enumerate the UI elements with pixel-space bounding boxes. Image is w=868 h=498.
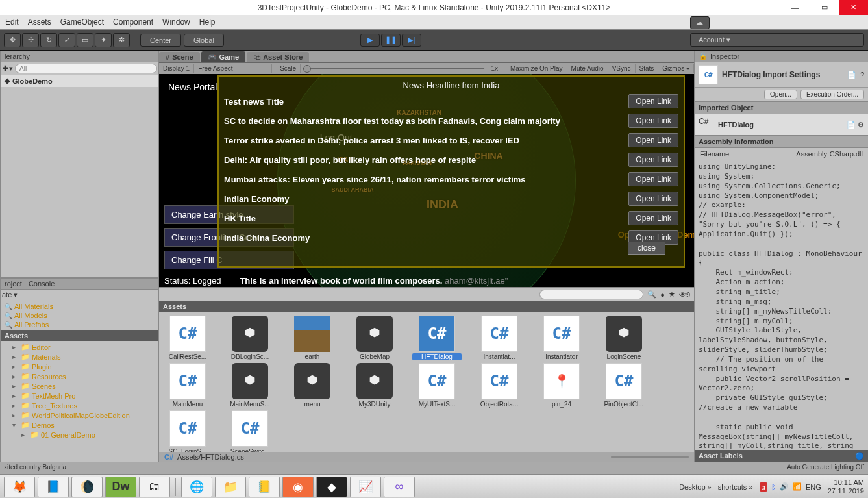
menu-help[interactable]: Help (199, 18, 216, 27)
asset-item[interactable]: C#HFTDialog (412, 316, 462, 360)
account-dropdown[interactable]: Account ▾ (690, 33, 864, 47)
component-options-icon[interactable]: 📄 ⚙ (847, 121, 864, 129)
transform-tool-icon[interactable]: ✦ (95, 33, 112, 47)
taskbar-dreamweaver-icon[interactable]: Dw (105, 477, 136, 497)
inspector-tab[interactable]: Inspector (710, 53, 739, 60)
maximize-on-play-toggle[interactable]: Maximize On Play (506, 64, 567, 73)
lock-icon[interactable]: 🔒 (699, 52, 708, 60)
taskbar-folder-icon[interactable]: 📁 (215, 477, 246, 497)
tab-scene[interactable]: # Scene (159, 52, 200, 62)
open-script-button[interactable]: Open... (764, 90, 797, 99)
console-tab[interactable]: Console (29, 280, 55, 288)
taskbar-shortcuts-toolbar[interactable]: shortcuts » (718, 483, 753, 491)
asset-item[interactable]: C#MyUITextS... (412, 363, 462, 408)
scale-tool-icon[interactable]: ⤢ (58, 33, 75, 47)
taskbar-chrome-icon[interactable]: 🌐 (181, 477, 212, 497)
taskbar-unity-icon[interactable]: ◆ (316, 477, 347, 497)
aspect-dropdown[interactable]: Free Aspect (194, 64, 272, 73)
open-link-button[interactable]: Open Link (628, 114, 678, 128)
play-button[interactable]: ▶ (360, 34, 380, 47)
maximize-button[interactable]: ▭ (810, 0, 839, 15)
thumb-size-slider[interactable] (611, 456, 689, 458)
folder-demos[interactable]: 📁Demos (5, 420, 155, 430)
tab-asset-store[interactable]: 🛍 Asset Store (247, 52, 309, 62)
open-link-button[interactable]: Open Link (628, 172, 678, 186)
folder-worldmap[interactable]: 📁WorldPoliticalMapGlobeEdition (5, 410, 155, 420)
folder-tree-textures[interactable]: 📁Tree_Textures (5, 401, 155, 410)
pivot-center-button[interactable]: Center (140, 34, 181, 47)
taskbar-notes-icon[interactable]: 📒 (249, 477, 280, 497)
help-icon[interactable]: ? (860, 71, 864, 79)
asset-item[interactable]: C#CallRestSe... (163, 316, 212, 360)
scale-slider[interactable] (303, 68, 484, 69)
window-close-button[interactable]: ✕ (839, 0, 868, 15)
folder-materials[interactable]: 📁Materials (5, 352, 155, 362)
favorite-all-prefabs[interactable]: All Prefabs (5, 320, 155, 329)
taskbar-vs-icon[interactable]: ∞ (384, 477, 415, 497)
move-tool-icon[interactable]: ✢ (22, 33, 39, 47)
tray-language[interactable]: ENG (806, 483, 821, 491)
folder-generaldemo[interactable]: 📁01 GeneralDemo (5, 430, 155, 440)
taskbar-explorer-icon[interactable]: 🗂 (139, 477, 170, 497)
taskbar-eclipse-icon[interactable]: 🌘 (71, 477, 103, 497)
asset-item[interactable]: 📍pin_24 (537, 363, 586, 408)
asset-item[interactable]: C#Instantiat... (475, 316, 524, 360)
rotate-tool-icon[interactable]: ↻ (40, 33, 57, 47)
asset-item[interactable]: menu (288, 363, 337, 408)
tray-bluetooth-icon[interactable]: ᛒ (771, 483, 776, 491)
open-link-button[interactable]: Open Link (628, 192, 678, 206)
asset-item[interactable]: C#ObjectRota... (475, 363, 524, 408)
assets-filter-icon[interactable]: 🔍 (647, 290, 656, 299)
taskbar-postman-icon[interactable]: ◉ (282, 477, 314, 497)
assets-hidden-count[interactable]: 👁9 (679, 291, 690, 299)
asset-item[interactable]: C#SceneSwitc... (225, 410, 275, 452)
asset-item[interactable]: LoginScene (599, 316, 649, 360)
hierarchy-tab[interactable]: ierarchy (1, 51, 158, 62)
tab-game[interactable]: 🎮 Game (201, 51, 246, 62)
asset-item[interactable]: GlobeMap (350, 316, 399, 360)
display-dropdown[interactable]: Display 1 (159, 64, 194, 73)
open-link-button[interactable]: Open Link (628, 133, 678, 147)
vsync-toggle[interactable]: VSync (608, 64, 636, 73)
asset-item[interactable]: earth (288, 316, 337, 360)
hand-tool-icon[interactable]: ✥ (4, 33, 21, 47)
component-menu-icon[interactable]: 📄 (847, 71, 856, 79)
asset-item[interactable]: My3DUnity (350, 363, 399, 408)
step-button[interactable]: ▶| (402, 34, 421, 47)
hierarchy-create-dropdown[interactable]: 🞤▾ (2, 64, 13, 73)
cloud-icon[interactable]: ☁ (690, 16, 710, 29)
custom-tool-icon[interactable]: ✲ (113, 33, 130, 47)
menu-component[interactable]: Component (113, 18, 153, 27)
gizmos-dropdown[interactable]: Gizmos ▾ (658, 64, 694, 73)
minimize-button[interactable]: — (780, 0, 810, 15)
favorite-all-materials[interactable]: All Materials (5, 302, 155, 311)
project-create-dropdown[interactable]: ate ▾ (2, 291, 18, 299)
news-close-button[interactable]: close (628, 242, 665, 255)
execution-order-button[interactable]: Execution Order... (800, 90, 864, 99)
folder-plugin[interactable]: 📁Plugin (5, 362, 155, 371)
mute-audio-toggle[interactable]: Mute Audio (567, 64, 608, 73)
folder-resources[interactable]: 📁Resources (5, 371, 155, 381)
menu-gameobject[interactable]: GameObject (60, 18, 104, 27)
asset-item[interactable]: MainMenuS... (225, 363, 275, 408)
folder-textmeshpro[interactable]: 📁TextMesh Pro (5, 391, 155, 401)
open-link-button[interactable]: Open Link (628, 211, 678, 225)
tray-clock[interactable]: 10:11 AM 27-11-2019 (828, 479, 864, 494)
menu-window[interactable]: Window (162, 18, 190, 27)
menu-edit[interactable]: Edit (5, 18, 19, 27)
tray-av-icon[interactable]: α (760, 482, 767, 492)
project-assets-header[interactable]: Assets (1, 330, 158, 341)
taskbar-chart-icon[interactable]: 📈 (350, 477, 381, 497)
assets-label-filter-icon[interactable]: ★ (669, 290, 675, 299)
asset-labels-tag-icon[interactable]: 🔵 (855, 452, 864, 460)
assets-type-filter-icon[interactable]: ● (660, 291, 665, 299)
rect-tool-icon[interactable]: ▭ (77, 33, 93, 47)
project-tab[interactable]: roject (5, 280, 22, 288)
hierarchy-scene-row[interactable]: ◆ GlobeDemo (1, 75, 158, 87)
tray-volume-icon[interactable]: 🔊 (780, 482, 789, 491)
asset-item[interactable]: C#SC_LoginS... (163, 410, 212, 452)
taskbar-app-icon[interactable]: 📘 (38, 477, 69, 497)
asset-item[interactable]: DBLoginSc... (225, 316, 275, 360)
assets-search-input[interactable] (539, 290, 643, 299)
tray-network-icon[interactable]: 📶 (793, 482, 802, 491)
